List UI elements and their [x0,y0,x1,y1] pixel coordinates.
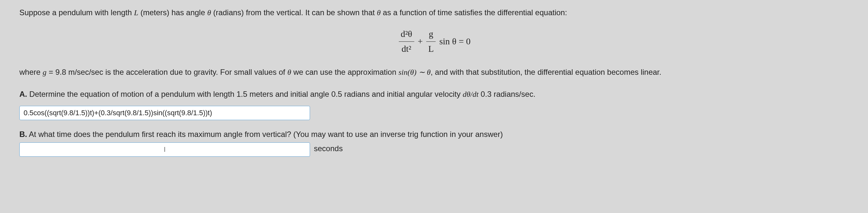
part-a-prompt: A. Determine the equation of motion of a… [20,88,848,100]
part-b-input[interactable] [20,142,310,157]
fraction-1: d²θ dt² [399,27,414,56]
part-b-text: At what time does the pendulum first rea… [27,130,503,138]
intro-prefix: Suppose a pendulum with length [20,8,134,17]
part-b-row: seconds [20,140,848,157]
eq-num2: g [426,27,436,42]
where-eqval: = 9.8 [46,68,66,76]
part-a-input[interactable] [20,106,310,120]
part-a-label: A. [20,90,27,99]
var-theta: θ [207,8,211,17]
where-units: m/sec/sec is the acceleration due to gra… [66,68,287,76]
part-b-prompt: B. At what time does the pendulum first … [20,128,848,140]
eq-den1: dt² [399,42,414,56]
var-g: g [42,68,46,76]
part-a-text: Determine the equation of motion of a pe… [27,90,463,99]
intro-afterL: (meters) has angle [138,8,207,17]
part-a-end: 0.3 radians/sec. [478,90,535,99]
intro-text: Suppose a pendulum with length L (meters… [20,6,848,19]
eq-num1: d²θ [399,27,414,42]
var-theta2: θ [377,8,381,17]
intro-afterTheta: (radians) from the vertical. It can be s… [211,8,377,17]
where-end: , and with that substitution, the differ… [431,68,662,76]
where-approx: sin(θ) ∼ θ [399,68,431,76]
intro-end: as a function of time satisfies the diff… [381,8,567,17]
fraction-2: g L [426,27,436,56]
part-a-dtheta: dθ/dt [463,90,478,99]
eq-sin: sin θ = 0 [437,36,470,46]
where-prefix: where [20,68,42,76]
part-b-label: B. [20,130,27,138]
var-L: L [134,8,138,17]
where-text: where g = 9.8 m/sec/sec is the accelerat… [20,66,848,78]
where-mid: we can use the approximation [291,68,399,76]
eq-plus: + [415,36,425,46]
where-theta: θ [287,68,291,76]
differential-equation: d²θ dt² + g L sin θ = 0 [20,27,848,56]
seconds-label: seconds [314,142,343,155]
eq-den2: L [426,42,436,56]
